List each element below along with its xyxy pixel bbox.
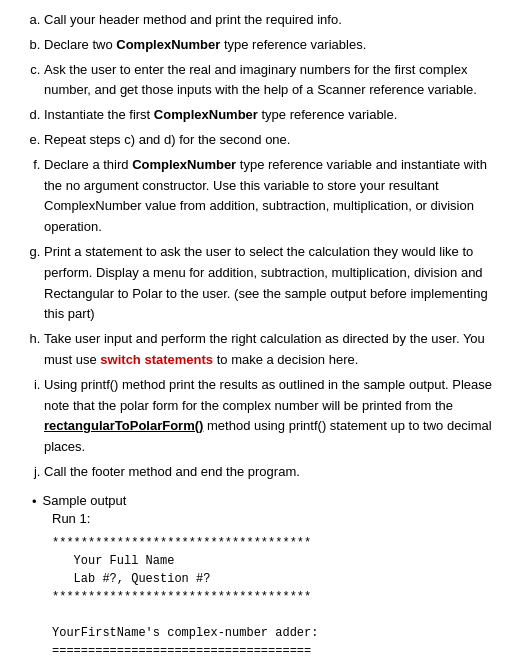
instruction-text-a: Call your header method and print the re… bbox=[44, 12, 342, 27]
header-name: Your Full Name bbox=[52, 554, 174, 568]
run-label: Run 1: bbox=[52, 511, 494, 526]
instruction-text-e: Repeat steps c) and d) for the second on… bbox=[44, 132, 290, 147]
instruction-text-j: Call the footer method and end the progr… bbox=[44, 464, 300, 479]
instruction-item-a: Call your header method and print the re… bbox=[44, 10, 494, 31]
bold-complex-number-d: ComplexNumber bbox=[154, 107, 258, 122]
sample-output-label-row: • Sample output bbox=[32, 493, 494, 509]
stars-top: ************************************ bbox=[52, 536, 311, 550]
equals-line: ==================================== bbox=[52, 644, 311, 657]
instruction-item-c: Ask the user to enter the real and imagi… bbox=[44, 60, 494, 102]
adder-line: YourFirstName's complex-number adder: bbox=[52, 626, 318, 640]
instruction-list: Call your header method and print the re… bbox=[16, 10, 494, 483]
instruction-item-i: Using printf() method print the results … bbox=[44, 375, 494, 458]
instruction-text-b-suffix: type reference variables. bbox=[220, 37, 366, 52]
instruction-text-d-prefix: Instantiate the first bbox=[44, 107, 154, 122]
instruction-text-h-suffix: to make a decision here. bbox=[213, 352, 358, 367]
sample-output-section: • Sample output Run 1: *****************… bbox=[16, 493, 494, 657]
instruction-text-i-prefix: Using printf() method print the results … bbox=[44, 377, 492, 413]
instruction-text-b-prefix: Declare two bbox=[44, 37, 116, 52]
stars-bottom: ************************************ bbox=[52, 590, 311, 604]
instruction-item-e: Repeat steps c) and d) for the second on… bbox=[44, 130, 494, 151]
instruction-text-c: Ask the user to enter the real and imagi… bbox=[44, 62, 477, 98]
instruction-item-h: Take user input and perform the right ca… bbox=[44, 329, 494, 371]
instruction-item-f: Declare a third ComplexNumber type refer… bbox=[44, 155, 494, 238]
bold-complex-number-b: ComplexNumber bbox=[116, 37, 220, 52]
header-lab: Lab #?, Question #? bbox=[52, 572, 210, 586]
sample-output-label: Sample output bbox=[43, 493, 127, 508]
instruction-text-g: Print a statement to ask the user to sel… bbox=[44, 244, 488, 321]
instruction-item-g: Print a statement to ask the user to sel… bbox=[44, 242, 494, 325]
instruction-item-j: Call the footer method and end the progr… bbox=[44, 462, 494, 483]
instruction-item-d: Instantiate the first ComplexNumber type… bbox=[44, 105, 494, 126]
rect-to-polar-term: rectangularToPolarForm() bbox=[44, 418, 203, 433]
main-content: Call your header method and print the re… bbox=[16, 10, 494, 657]
instruction-text-d-suffix: type reference variable. bbox=[258, 107, 397, 122]
bullet-dot: • bbox=[32, 494, 37, 509]
sample-output-block: ************************************ You… bbox=[52, 534, 494, 657]
switch-statements-term: switch statements bbox=[100, 352, 213, 367]
instruction-item-b: Declare two ComplexNumber type reference… bbox=[44, 35, 494, 56]
bold-complex-number-f: ComplexNumber bbox=[132, 157, 236, 172]
instruction-text-f-prefix: Declare a third bbox=[44, 157, 132, 172]
